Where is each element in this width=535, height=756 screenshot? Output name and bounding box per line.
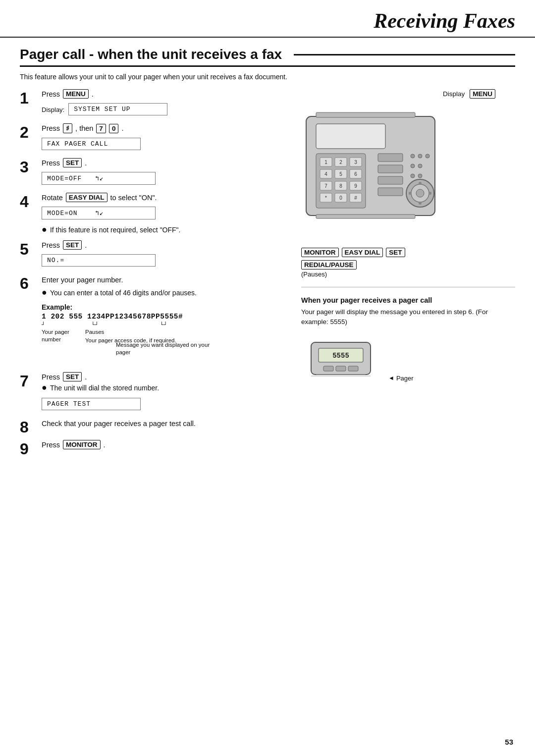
set-key-5: SET — [63, 240, 82, 250]
svg-point-36 — [411, 174, 415, 178]
step-5-press: Press — [42, 241, 60, 249]
step-9-content: Press MONITOR . — [42, 440, 281, 449]
svg-point-34 — [411, 164, 415, 168]
fax-machine-illustration: 1 2 3 4 5 6 7 8 — [301, 102, 445, 242]
svg-text:5: 5 — [339, 171, 342, 177]
bullet-dot-4: ● — [42, 225, 47, 235]
step-6-text: Enter your pager number. — [42, 274, 281, 286]
step-3-text: Press SET . — [42, 158, 281, 167]
when-pager-heading: When your pager receives a pager call — [301, 296, 515, 304]
pager-illustration: 5555 — [301, 332, 380, 382]
step-5-content: Press SET . NO.= — [42, 240, 281, 270]
svg-point-47 — [419, 182, 422, 185]
menu-key-1: MENU — [63, 89, 89, 99]
step-1: 1 Press MENU . Display: SYSTEM SET UP — [20, 89, 281, 118]
svg-text:5555: 5555 — [332, 352, 349, 360]
step-4-bullet-text: If this feature is not required, select … — [50, 225, 181, 235]
page-title: Receiving Faxes — [374, 9, 515, 32]
svg-text:9: 9 — [354, 183, 357, 189]
key-7: 7 — [96, 124, 106, 133]
pager-arrow-label: ◄ Pager — [388, 375, 414, 382]
svg-rect-27 — [378, 154, 403, 162]
redial-pause-label: REDIAL/PAUSE — [301, 260, 515, 270]
step-number-9: 9 — [20, 441, 36, 457]
step-8: 8 Check that your pager receives a pager… — [20, 418, 281, 435]
svg-text:*: * — [325, 195, 327, 201]
display-label-right: Display — [443, 90, 465, 98]
step-7-period: . — [85, 373, 87, 381]
step-9-press: Press — [42, 441, 60, 449]
svg-text:6: 6 — [354, 171, 357, 177]
example-number: 1 202 555 1234PP12345678PP5555# — [42, 313, 281, 321]
bracket-line: ┘ └┘ └┘ — [42, 322, 281, 328]
step-6-bullet: ● You can enter a total of 46 digits and… — [42, 288, 281, 298]
step-7-text: Press SET . — [42, 372, 281, 381]
step-number-7: 7 — [20, 373, 36, 389]
example-section: Example: 1 202 555 1234PP12345678PP5555#… — [42, 303, 281, 363]
step-3: 3 Press SET . MODE=OFF ↰↙ — [20, 158, 281, 188]
svg-rect-52 — [323, 366, 333, 371]
display-value-1: SYSTEM SET UP — [68, 103, 167, 115]
svg-rect-1 — [316, 124, 385, 149]
monitor-key-9: MONITOR — [63, 440, 101, 449]
step-7-content: Press SET . ● The unit will dial the sto… — [42, 372, 281, 413]
display-value-3: MODE=OFF ↰↙ — [42, 172, 156, 185]
step-7: 7 Press SET . ● The unit will dial the s… — [20, 372, 281, 413]
step-8-text: Check that your pager receives a pager t… — [42, 418, 281, 430]
section-heading: Pager call - when the unit receives a fa… — [20, 47, 515, 67]
step-3-content: Press SET . MODE=OFF ↰↙ — [42, 158, 281, 188]
step-number-6: 6 — [20, 275, 36, 291]
step-9-text: Press MONITOR . — [42, 440, 281, 449]
easy-dial-key-label: EASY DIAL — [342, 248, 383, 257]
page-number: 53 — [505, 738, 513, 746]
step-2-press: Press — [42, 124, 60, 132]
step-6: 6 Enter your pager number. ● You can ent… — [20, 274, 281, 367]
step-6-bullet-text: You can enter a total of 46 digits and/o… — [50, 288, 197, 298]
monitor-key-label: MONITOR — [301, 248, 339, 257]
step-3-press: Press — [42, 159, 60, 167]
pager-area: 5555 ◄ Pager — [301, 332, 515, 382]
redial-pause-key: REDIAL/PAUSE — [301, 260, 357, 270]
step-2-text: Press ♯ , then 7 0 . — [42, 123, 281, 133]
pager-label: Pager — [396, 375, 414, 382]
step-2-then: , then — [75, 124, 93, 132]
svg-point-32 — [418, 154, 422, 158]
step-4: 4 Rotate EASY DIAL to select "ON". MODE=… — [20, 193, 281, 235]
svg-rect-29 — [378, 176, 403, 184]
step-number-8: 8 — [20, 419, 36, 435]
step-number-3: 3 — [20, 159, 36, 175]
svg-text:0: 0 — [339, 195, 342, 201]
set-key-7: SET — [63, 372, 82, 381]
svg-point-48 — [419, 202, 422, 205]
button-labels: MONITOR EASY DIAL SET — [301, 248, 515, 257]
svg-rect-53 — [336, 366, 346, 371]
pager-label-area: ◄ Pager — [388, 375, 414, 382]
step-2: 2 Press ♯ , then 7 0 . FAX PAGER CALL — [20, 123, 281, 153]
svg-point-45 — [409, 192, 412, 195]
menu-key-right: MENU — [470, 89, 495, 99]
step-8-content: Check that your pager receives a pager t… — [42, 418, 281, 432]
step-3-period: . — [85, 159, 87, 167]
svg-point-44 — [416, 189, 424, 197]
step-2-content: Press ♯ , then 7 0 . FAX PAGER CALL — [42, 123, 281, 153]
example-diagram: ┘ └┘ └┘ Your pager number — [42, 322, 281, 363]
step-6-content: Enter your pager number. ● You can enter… — [42, 274, 281, 367]
step-9-period: . — [104, 441, 106, 449]
step-7-press: Press — [42, 373, 60, 381]
bullet-dot-7: ● — [42, 383, 47, 393]
display-label-1: Display: — [42, 106, 64, 113]
step-4-rotate: Rotate — [42, 194, 63, 202]
pauses-label: (Pauses) — [301, 270, 515, 278]
right-divider — [301, 287, 515, 287]
easy-dial-key-4: EASY DIAL — [66, 193, 107, 202]
svg-point-35 — [418, 164, 422, 168]
svg-rect-41 — [316, 215, 415, 218]
two-column-layout: 1 Press MENU . Display: SYSTEM SET UP 2 — [20, 89, 515, 462]
step-9: 9 Press MONITOR . — [20, 440, 281, 457]
svg-text:2: 2 — [339, 160, 342, 165]
svg-text:1: 1 — [324, 160, 327, 165]
display-value-7: PAGER TEST — [42, 398, 141, 410]
svg-text:3: 3 — [354, 160, 357, 165]
svg-rect-40 — [316, 112, 415, 117]
step-5-period: . — [85, 241, 87, 249]
